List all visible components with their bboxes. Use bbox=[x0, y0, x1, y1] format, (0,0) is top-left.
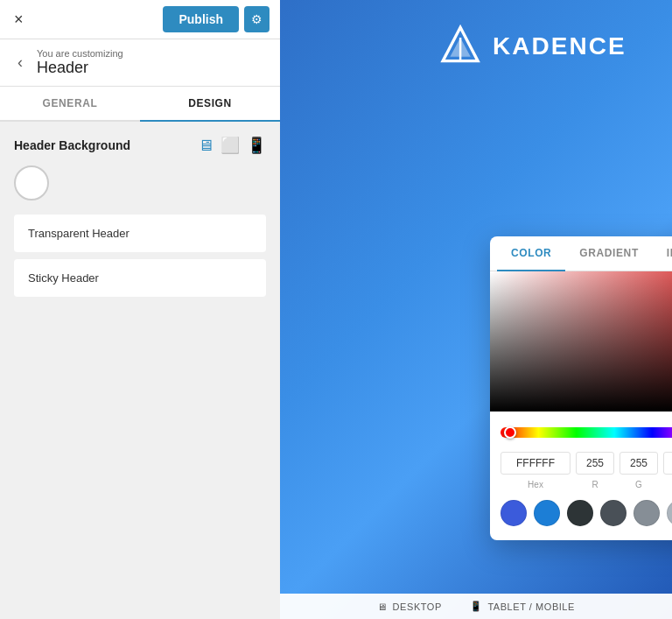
device-icons: 🖥 ⬜ 📱 bbox=[198, 136, 266, 155]
breadcrumb: ‹ You are customizing Header bbox=[0, 39, 280, 87]
kadence-logo: KADENCE bbox=[438, 25, 626, 68]
cp-swatches bbox=[490, 493, 672, 526]
settings-button[interactable]: ⚙ bbox=[244, 6, 270, 32]
section-label: Header Background bbox=[14, 138, 130, 152]
hue-slider[interactable] bbox=[500, 427, 672, 438]
swatch-light-gray[interactable] bbox=[667, 500, 672, 526]
color-swatch-row bbox=[14, 165, 266, 200]
tablet-bar-item[interactable]: 📱 TABLET / MOBILE bbox=[470, 601, 575, 612]
b-label: B bbox=[663, 480, 672, 489]
tablet-bar-label: TABLET / MOBILE bbox=[487, 601, 575, 612]
cp-tab-gradient[interactable]: GRADIENT bbox=[565, 236, 652, 271]
cp-tab-bar: COLOR GRADIENT IMAGE bbox=[490, 236, 672, 271]
tab-general[interactable]: GENERAL bbox=[0, 87, 140, 122]
panel-content: Header Background 🖥 ⬜ 📱 Transparent Head… bbox=[0, 122, 280, 619]
color-picker-popup: COLOR GRADIENT IMAGE bbox=[490, 236, 672, 540]
cp-tab-color[interactable]: COLOR bbox=[497, 236, 565, 271]
r-label: R bbox=[576, 480, 614, 489]
section-header: Header Background 🖥 ⬜ 📱 bbox=[14, 136, 266, 155]
customizing-label: You are customizing bbox=[37, 48, 123, 59]
bottom-device-bar: 🖥 DESKTOP 📱 TABLET / MOBILE bbox=[280, 594, 672, 619]
cp-gradient-canvas[interactable] bbox=[490, 271, 672, 411]
cp-labels-row: Hex R G B A bbox=[490, 478, 672, 493]
mobile-icon[interactable]: 📱 bbox=[247, 136, 266, 155]
right-area: KADENCE COLOR GRADIENT IMAGE bbox=[280, 0, 672, 619]
breadcrumb-text: You are customizing Header bbox=[37, 48, 123, 77]
desktop-bar-label: DESKTOP bbox=[393, 601, 442, 612]
g-label: G bbox=[620, 480, 658, 489]
close-button[interactable]: × bbox=[10, 7, 27, 32]
publish-area: Publish ⚙ bbox=[163, 6, 270, 32]
color-swatch[interactable] bbox=[14, 165, 49, 200]
kadence-brand-name: KADENCE bbox=[493, 32, 626, 60]
top-bar: × Publish ⚙ bbox=[0, 0, 280, 39]
cp-tab-image[interactable]: IMAGE bbox=[653, 236, 672, 271]
tab-design[interactable]: DESIGN bbox=[140, 87, 280, 122]
swatch-dark[interactable] bbox=[567, 500, 593, 526]
left-panel: × Publish ⚙ ‹ You are customizing Header… bbox=[0, 0, 280, 619]
r-input[interactable] bbox=[576, 452, 614, 475]
desktop-icon[interactable]: 🖥 bbox=[198, 137, 214, 155]
back-button[interactable]: ‹ bbox=[12, 52, 28, 74]
tablet-bar-icon: 📱 bbox=[470, 601, 483, 612]
publish-button[interactable]: Publish bbox=[163, 6, 239, 32]
hue-thumb bbox=[504, 426, 516, 439]
tablet-icon[interactable]: ⬜ bbox=[220, 136, 240, 155]
desktop-bar-item[interactable]: 🖥 DESKTOP bbox=[377, 601, 442, 612]
hex-label: Hex bbox=[500, 480, 570, 489]
transparent-header-row[interactable]: Transparent Header bbox=[14, 215, 266, 252]
tab-bar: GENERAL DESIGN bbox=[0, 87, 280, 122]
g-input[interactable] bbox=[620, 452, 658, 475]
desktop-bar-icon: 🖥 bbox=[377, 601, 388, 612]
kadence-icon bbox=[438, 25, 482, 68]
color-gradient-bg bbox=[490, 271, 672, 411]
section-title: Header bbox=[37, 59, 123, 77]
cp-inputs-row: ▲ ▼ bbox=[490, 448, 672, 478]
sticky-header-row[interactable]: Sticky Header bbox=[14, 259, 266, 297]
swatch-dark-gray[interactable] bbox=[600, 500, 626, 526]
cp-hue-row bbox=[490, 411, 672, 448]
swatch-blue-dark[interactable] bbox=[500, 500, 527, 526]
hex-input[interactable] bbox=[500, 452, 570, 475]
swatch-blue[interactable] bbox=[534, 500, 560, 526]
b-input[interactable] bbox=[663, 452, 672, 475]
swatch-gray[interactable] bbox=[634, 500, 660, 526]
